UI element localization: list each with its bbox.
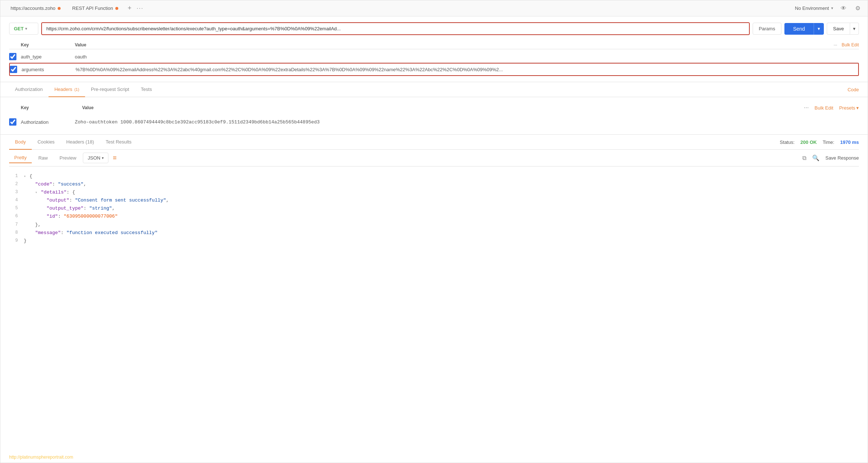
headers-badge: (1)	[74, 87, 79, 92]
format-selector[interactable]: JSON ▾	[83, 153, 108, 163]
tab-tests[interactable]: Tests	[135, 82, 158, 97]
url-bar: GET ▾ Params Send ▾ Save ▾	[9, 22, 859, 35]
subtab-raw[interactable]: Raw	[33, 153, 53, 163]
authorization-header-row: Authorization Zoho-oauthtoken 1000.86074…	[9, 115, 859, 129]
params-bulk-edit-button[interactable]: Bulk Edit	[842, 42, 859, 47]
line-2: 2 "code": "success",	[9, 180, 859, 188]
headers-section: Key Value ··· Bulk Edit Presets ▾ Author…	[0, 97, 868, 135]
params-key-header: Key	[9, 42, 75, 47]
footer-watermark: http://platinumsphereportrait.com	[0, 452, 868, 463]
params-row2-key: arguments	[22, 67, 76, 72]
params-row2-value: %7B%0D%0A%09%22emailAddress%22%3A%22abc%…	[76, 67, 858, 72]
headers-presets-button[interactable]: Presets ▾	[839, 105, 859, 111]
url-input[interactable]	[42, 23, 749, 34]
headers-dots-icon[interactable]: ···	[804, 104, 809, 111]
params-row1-value: oauth	[75, 54, 859, 60]
tab-bar-right: No Environment ▾ 👁 ⚙	[795, 3, 862, 13]
new-tab-button[interactable]: +	[126, 4, 134, 12]
tab1-label: https://accounts.zoho	[11, 5, 55, 11]
line-8: 8 "message": "function executed successf…	[9, 229, 859, 237]
headers-key-header: Key	[9, 105, 82, 110]
resp-tab-cookies[interactable]: Cookies	[32, 135, 61, 150]
params-header-actions: ··· Bulk Edit	[834, 42, 859, 47]
eye-icon[interactable]: 👁	[839, 4, 848, 13]
status-label: Status:	[780, 139, 794, 145]
auth-row-checkbox[interactable]	[9, 118, 16, 126]
save-response-button[interactable]: Save Response	[825, 155, 859, 161]
headers-count-badge: (18)	[85, 139, 94, 145]
headers-bulk-edit-button[interactable]: Bulk Edit	[815, 105, 833, 111]
tab-accounts-zoho[interactable]: https://accounts.zoho	[6, 3, 65, 13]
line-1: 1 ▾ {	[9, 172, 859, 180]
auth-row-key: Authorization	[21, 119, 75, 125]
tab-tests-label: Tests	[141, 87, 152, 92]
tab-authorization-label: Authorization	[15, 87, 43, 92]
line-9: 9 }	[9, 237, 859, 245]
params-row1-checkbox[interactable]	[9, 53, 16, 60]
send-dropdown-button[interactable]: ▾	[814, 23, 824, 35]
tab-pre-request-label: Pre-request Script	[91, 87, 129, 92]
tab-headers-label: Headers (1)	[54, 87, 79, 92]
gear-icon[interactable]: ⚙	[854, 3, 862, 13]
send-button[interactable]: Send	[784, 23, 814, 35]
line-6: 6 "id": "63095000000077006"	[9, 213, 859, 221]
params-row-auth-type: auth_type oauth	[9, 51, 859, 63]
params-button[interactable]: Params	[753, 23, 781, 35]
more-tabs-button[interactable]: ···	[137, 5, 143, 12]
save-button[interactable]: Save	[827, 23, 850, 35]
tab-headers[interactable]: Headers (1)	[49, 82, 85, 97]
save-dropdown-button[interactable]: ▾	[850, 23, 859, 35]
line-4: 4 "output": "Consent form sent successfu…	[9, 196, 859, 204]
request-tab-nav: Authorization Headers (1) Pre-request Sc…	[9, 82, 158, 97]
headers-table-header: Key Value ··· Bulk Edit Presets ▾	[9, 103, 859, 112]
params-table-header: Key Value ··· Bulk Edit	[9, 41, 859, 49]
send-button-group: Send ▾	[784, 23, 824, 35]
collapse-arrow-1[interactable]: ▾	[24, 175, 26, 179]
tab2-label: REST API Function	[72, 5, 113, 11]
search-icon[interactable]: 🔍	[812, 154, 819, 161]
collapse-arrow-3[interactable]: ▾	[35, 191, 37, 195]
method-selector[interactable]: GET ▾	[9, 23, 38, 35]
format-chevron-icon: ▾	[102, 156, 104, 160]
save-button-group: Save ▾	[827, 23, 859, 35]
json-code-output: 1 ▾ { 2 "code": "success", 3 ▾ "details"…	[9, 167, 859, 251]
method-chevron-icon: ▾	[25, 27, 27, 31]
resp-tab-body[interactable]: Body	[9, 135, 32, 150]
watermark-text: http://platinumsphereportrait.com	[9, 455, 73, 460]
tab1-dot	[58, 7, 61, 10]
app-container: https://accounts.zoho REST API Function …	[0, 0, 868, 463]
params-table: Key Value ··· Bulk Edit auth_type oauth …	[9, 41, 859, 76]
time-value: 1970 ms	[840, 139, 859, 145]
line-3: 3 ▾ "details": {	[9, 188, 859, 196]
tab-authorization[interactable]: Authorization	[9, 82, 49, 97]
environment-selector[interactable]: No Environment ▾	[795, 5, 833, 11]
tab-rest-api[interactable]: REST API Function	[68, 3, 123, 13]
response-tabs-bar: Body Cookies Headers (18) Test Results S…	[9, 135, 859, 150]
params-row-arguments: arguments %7B%0D%0A%09%22emailAddress%22…	[9, 63, 859, 76]
line-5: 5 "output_type": "string",	[9, 204, 859, 213]
body-subtabs: Pretty Raw Preview JSON ▾ ≡ ⧉ 🔍 Save Res…	[9, 150, 859, 167]
time-label: Time:	[823, 139, 834, 145]
tab-pre-request[interactable]: Pre-request Script	[85, 82, 135, 97]
response-area: Body Cookies Headers (18) Test Results S…	[0, 135, 868, 452]
subtab-pretty[interactable]: Pretty	[9, 153, 32, 163]
response-tab-nav: Body Cookies Headers (18) Test Results	[9, 135, 137, 149]
params-value-header: Value	[75, 42, 834, 47]
url-input-wrapper	[41, 22, 750, 35]
wrap-icon[interactable]: ≡	[113, 154, 117, 162]
env-label: No Environment	[795, 5, 829, 11]
code-link[interactable]: Code	[848, 87, 859, 92]
resp-tab-headers[interactable]: Headers (18)	[61, 135, 100, 150]
status-value: 200 OK	[800, 139, 817, 145]
headers-value-header: Value	[82, 105, 804, 110]
tab-bar: https://accounts.zoho REST API Function …	[0, 0, 868, 16]
env-chevron-icon: ▾	[831, 6, 833, 11]
params-dots-icon[interactable]: ···	[834, 42, 837, 47]
resp-tab-test-results[interactable]: Test Results	[100, 135, 137, 150]
copy-icon[interactable]: ⧉	[802, 155, 806, 161]
request-area: GET ▾ Params Send ▾ Save ▾ Key Value ·	[0, 16, 868, 82]
subtab-preview[interactable]: Preview	[54, 153, 81, 163]
params-row2-checkbox[interactable]	[10, 66, 17, 73]
format-label: JSON	[88, 155, 100, 161]
headers-header-actions: ··· Bulk Edit Presets ▾	[804, 104, 859, 111]
